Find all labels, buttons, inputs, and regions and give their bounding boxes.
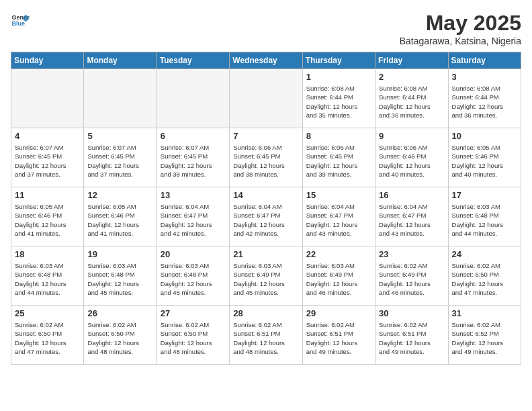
day-info: Sunrise: 6:02 AM Sunset: 6:51 PM Dayligh…	[306, 320, 371, 356]
day-info: Sunrise: 6:07 AM Sunset: 6:45 PM Dayligh…	[161, 143, 226, 179]
calendar-cell: 1Sunrise: 6:08 AM Sunset: 6:44 PM Daylig…	[302, 69, 375, 128]
day-info: Sunrise: 6:05 AM Sunset: 6:46 PM Dayligh…	[452, 143, 517, 179]
calendar-week-2: 4Sunrise: 6:07 AM Sunset: 6:45 PM Daylig…	[11, 128, 521, 187]
calendar-table: SundayMondayTuesdayWednesdayThursdayFrid…	[11, 52, 521, 365]
day-number: 14	[233, 190, 298, 200]
calendar-cell: 4Sunrise: 6:07 AM Sunset: 6:45 PM Daylig…	[11, 128, 84, 187]
calendar-cell: 30Sunrise: 6:02 AM Sunset: 6:51 PM Dayli…	[375, 306, 448, 365]
weekday-header-row: SundayMondayTuesdayWednesdayThursdayFrid…	[11, 52, 521, 69]
day-number: 12	[87, 190, 152, 200]
calendar-cell: 31Sunrise: 6:02 AM Sunset: 6:52 PM Dayli…	[448, 306, 521, 365]
day-number: 21	[233, 249, 298, 259]
day-number: 30	[379, 308, 444, 318]
calendar-cell: 16Sunrise: 6:04 AM Sunset: 6:47 PM Dayli…	[375, 187, 448, 246]
day-info: Sunrise: 6:03 AM Sunset: 6:48 PM Dayligh…	[452, 202, 517, 238]
calendar-week-1: 1Sunrise: 6:08 AM Sunset: 6:44 PM Daylig…	[11, 69, 521, 128]
day-info: Sunrise: 6:04 AM Sunset: 6:47 PM Dayligh…	[379, 202, 444, 238]
day-info: Sunrise: 6:02 AM Sunset: 6:50 PM Dayligh…	[15, 320, 80, 356]
day-number: 7	[233, 131, 298, 141]
day-info: Sunrise: 6:05 AM Sunset: 6:46 PM Dayligh…	[15, 202, 80, 238]
day-number: 18	[15, 249, 80, 259]
day-number: 10	[452, 131, 517, 141]
day-number: 13	[161, 190, 226, 200]
weekday-header-sunday: Sunday	[11, 52, 84, 69]
day-number: 2	[379, 72, 444, 82]
day-info: Sunrise: 6:08 AM Sunset: 6:44 PM Dayligh…	[379, 84, 444, 120]
day-number: 22	[306, 249, 371, 259]
day-number: 5	[87, 131, 152, 141]
day-number: 28	[233, 308, 298, 318]
day-info: Sunrise: 6:06 AM Sunset: 6:45 PM Dayligh…	[306, 143, 371, 179]
day-info: Sunrise: 6:02 AM Sunset: 6:52 PM Dayligh…	[452, 320, 517, 356]
day-number: 16	[379, 190, 444, 200]
svg-text:Blue: Blue	[11, 20, 25, 27]
calendar-cell: 11Sunrise: 6:05 AM Sunset: 6:46 PM Dayli…	[11, 187, 84, 246]
calendar-cell: 24Sunrise: 6:02 AM Sunset: 6:50 PM Dayli…	[448, 246, 521, 306]
day-number: 19	[87, 249, 152, 259]
day-info: Sunrise: 6:02 AM Sunset: 6:50 PM Dayligh…	[87, 320, 152, 356]
day-info: Sunrise: 6:03 AM Sunset: 6:48 PM Dayligh…	[161, 261, 226, 297]
day-number: 4	[15, 131, 80, 141]
page-header: General Blue May 2025 Batagarawa, Katsin…	[11, 11, 521, 46]
title-block: May 2025 Batagarawa, Katsina, Nigeria	[400, 11, 521, 46]
day-number: 6	[161, 131, 226, 141]
day-number: 1	[306, 72, 371, 82]
day-info: Sunrise: 6:07 AM Sunset: 6:45 PM Dayligh…	[87, 143, 152, 179]
calendar-cell: 26Sunrise: 6:02 AM Sunset: 6:50 PM Dayli…	[84, 306, 157, 365]
calendar-cell: 2Sunrise: 6:08 AM Sunset: 6:44 PM Daylig…	[375, 69, 448, 128]
calendar-cell: 22Sunrise: 6:03 AM Sunset: 6:49 PM Dayli…	[302, 246, 375, 306]
day-info: Sunrise: 6:04 AM Sunset: 6:47 PM Dayligh…	[233, 202, 298, 238]
calendar-cell: 17Sunrise: 6:03 AM Sunset: 6:48 PM Dayli…	[448, 187, 521, 246]
day-info: Sunrise: 6:02 AM Sunset: 6:51 PM Dayligh…	[233, 320, 298, 356]
day-number: 26	[87, 308, 152, 318]
day-number: 25	[15, 308, 80, 318]
day-info: Sunrise: 6:03 AM Sunset: 6:49 PM Dayligh…	[306, 261, 371, 297]
day-number: 27	[161, 308, 226, 318]
day-info: Sunrise: 6:07 AM Sunset: 6:45 PM Dayligh…	[15, 143, 80, 179]
day-number: 20	[161, 249, 226, 259]
day-number: 24	[452, 249, 517, 259]
day-info: Sunrise: 6:02 AM Sunset: 6:50 PM Dayligh…	[452, 261, 517, 297]
weekday-header-monday: Monday	[84, 52, 157, 69]
day-number: 31	[452, 308, 517, 318]
weekday-header-wednesday: Wednesday	[230, 52, 302, 69]
weekday-header-tuesday: Tuesday	[157, 52, 229, 69]
day-number: 9	[379, 131, 444, 141]
weekday-header-saturday: Saturday	[448, 52, 521, 69]
day-info: Sunrise: 6:08 AM Sunset: 6:44 PM Dayligh…	[306, 84, 371, 120]
calendar-cell: 8Sunrise: 6:06 AM Sunset: 6:45 PM Daylig…	[302, 128, 375, 187]
logo: General Blue	[11, 11, 30, 30]
calendar-cell: 9Sunrise: 6:06 AM Sunset: 6:46 PM Daylig…	[375, 128, 448, 187]
calendar-cell: 6Sunrise: 6:07 AM Sunset: 6:45 PM Daylig…	[157, 128, 229, 187]
day-number: 8	[306, 131, 371, 141]
day-info: Sunrise: 6:03 AM Sunset: 6:48 PM Dayligh…	[87, 261, 152, 297]
calendar-cell: 25Sunrise: 6:02 AM Sunset: 6:50 PM Dayli…	[11, 306, 84, 365]
calendar-cell	[157, 69, 229, 128]
calendar-cell: 20Sunrise: 6:03 AM Sunset: 6:48 PM Dayli…	[157, 246, 229, 306]
calendar-cell: 29Sunrise: 6:02 AM Sunset: 6:51 PM Dayli…	[302, 306, 375, 365]
day-info: Sunrise: 6:05 AM Sunset: 6:46 PM Dayligh…	[87, 202, 152, 238]
day-info: Sunrise: 6:03 AM Sunset: 6:49 PM Dayligh…	[233, 261, 298, 297]
day-info: Sunrise: 6:06 AM Sunset: 6:46 PM Dayligh…	[379, 143, 444, 179]
calendar-cell: 14Sunrise: 6:04 AM Sunset: 6:47 PM Dayli…	[230, 187, 302, 246]
generalblue-logo-icon: General Blue	[11, 11, 30, 30]
calendar-cell	[230, 69, 302, 128]
calendar-cell: 5Sunrise: 6:07 AM Sunset: 6:45 PM Daylig…	[84, 128, 157, 187]
calendar-week-5: 25Sunrise: 6:02 AM Sunset: 6:50 PM Dayli…	[11, 306, 521, 365]
calendar-week-3: 11Sunrise: 6:05 AM Sunset: 6:46 PM Dayli…	[11, 187, 521, 246]
day-number: 29	[306, 308, 371, 318]
calendar-cell: 23Sunrise: 6:02 AM Sunset: 6:49 PM Dayli…	[375, 246, 448, 306]
day-info: Sunrise: 6:04 AM Sunset: 6:47 PM Dayligh…	[161, 202, 226, 238]
day-info: Sunrise: 6:08 AM Sunset: 6:44 PM Dayligh…	[452, 84, 517, 120]
day-info: Sunrise: 6:02 AM Sunset: 6:50 PM Dayligh…	[161, 320, 226, 356]
calendar-cell: 10Sunrise: 6:05 AM Sunset: 6:46 PM Dayli…	[448, 128, 521, 187]
day-number: 3	[452, 72, 517, 82]
calendar-cell: 7Sunrise: 6:06 AM Sunset: 6:45 PM Daylig…	[230, 128, 302, 187]
day-info: Sunrise: 6:06 AM Sunset: 6:45 PM Dayligh…	[233, 143, 298, 179]
calendar-cell: 13Sunrise: 6:04 AM Sunset: 6:47 PM Dayli…	[157, 187, 229, 246]
month-title: May 2025	[400, 11, 521, 36]
day-number: 15	[306, 190, 371, 200]
calendar-cell: 15Sunrise: 6:04 AM Sunset: 6:47 PM Dayli…	[302, 187, 375, 246]
calendar-cell: 3Sunrise: 6:08 AM Sunset: 6:44 PM Daylig…	[448, 69, 521, 128]
day-number: 17	[452, 190, 517, 200]
